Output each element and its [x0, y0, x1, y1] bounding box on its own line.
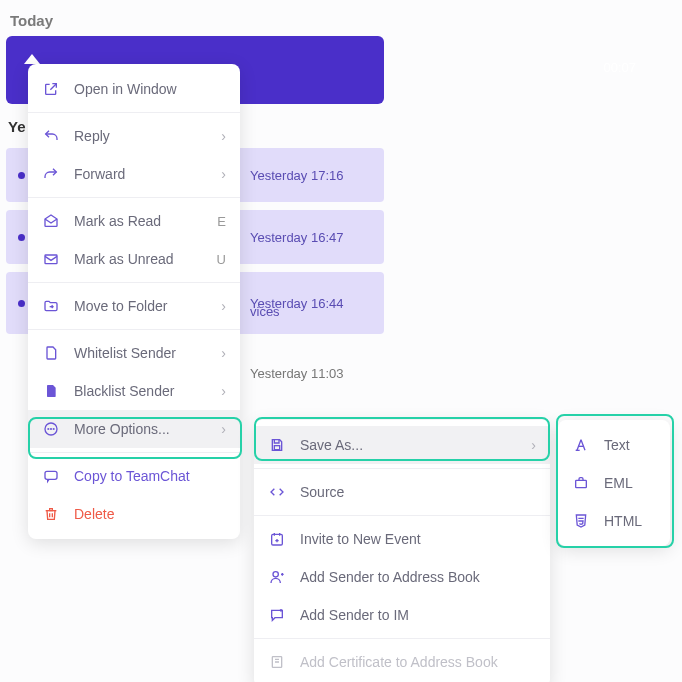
menu-save-eml[interactable]: EML: [558, 464, 670, 502]
menu-label: Copy to TeamChat: [74, 468, 226, 484]
menu-source[interactable]: Source: [254, 473, 550, 511]
message-time: Yesterday 16:47: [250, 230, 343, 245]
message-time: Yesterday 11:03: [250, 366, 343, 381]
menu-label: Save As...: [300, 437, 531, 453]
trash-icon: [42, 506, 60, 522]
menu-save-as[interactable]: Save As... ›: [254, 426, 550, 464]
forward-icon: [42, 166, 60, 182]
ellipsis-circle-icon: [42, 421, 60, 437]
menu-save-text[interactable]: Text: [558, 426, 670, 464]
envelope-icon: [42, 251, 60, 267]
more-options-submenu: Save As... › Source Invite to New Event …: [254, 420, 550, 682]
menu-forward[interactable]: Forward ›: [28, 155, 240, 193]
message-time: Yesterday 17:16: [250, 168, 343, 183]
menu-separator: [28, 112, 240, 113]
html5-icon: [572, 513, 590, 529]
chevron-right-icon: ›: [221, 128, 226, 144]
menu-label: Add Sender to IM: [300, 607, 536, 623]
menu-mark-as-read[interactable]: Mark as Read E: [28, 202, 240, 240]
context-menu: Open in Window Reply › Forward › Mark as…: [28, 64, 240, 539]
svg-rect-10: [576, 480, 587, 487]
page-icon: [42, 345, 60, 361]
menu-label: Open in Window: [74, 81, 226, 97]
menu-label: Invite to New Event: [300, 531, 536, 547]
unread-dot-icon: [18, 172, 25, 179]
external-link-icon: [42, 81, 60, 97]
menu-more-options[interactable]: More Options... ›: [28, 410, 240, 448]
save-as-submenu: Text EML HTML: [558, 420, 670, 546]
envelope-open-icon: [42, 213, 60, 229]
menu-label: EML: [604, 475, 656, 491]
message-subject: vices: [250, 304, 280, 319]
svg-point-4: [53, 429, 54, 430]
menu-separator: [28, 282, 240, 283]
chat-plus-icon: [268, 607, 286, 623]
menu-label: Text: [604, 437, 656, 453]
svg-rect-0: [45, 255, 57, 264]
menu-label: Delete: [74, 506, 226, 522]
menu-reply[interactable]: Reply ›: [28, 117, 240, 155]
section-today: Today: [10, 12, 53, 29]
chevron-right-icon: ›: [221, 383, 226, 399]
menu-add-sender-im[interactable]: Add Sender to IM: [254, 596, 550, 634]
page-filled-icon: [42, 383, 60, 399]
menu-label: Blacklist Sender: [74, 383, 221, 399]
menu-mark-as-unread[interactable]: Mark as Unread U: [28, 240, 240, 278]
reply-icon: [42, 128, 60, 144]
menu-move-to-folder[interactable]: Move to Folder ›: [28, 287, 240, 325]
menu-separator: [28, 329, 240, 330]
code-icon: [268, 484, 286, 500]
menu-label: Forward: [74, 166, 221, 182]
menu-label: Add Certificate to Address Book: [300, 654, 536, 670]
menu-separator: [254, 638, 550, 639]
section-yesterday: Ye: [8, 118, 26, 135]
menu-open-in-window[interactable]: Open in Window: [28, 70, 240, 108]
menu-label: Mark as Read: [74, 213, 209, 229]
text-icon: [572, 437, 590, 453]
menu-whitelist-sender[interactable]: Whitelist Sender ›: [28, 334, 240, 372]
menu-separator: [254, 515, 550, 516]
menu-separator: [28, 197, 240, 198]
menu-separator: [28, 452, 240, 453]
menu-add-sender-address-book[interactable]: Add Sender to Address Book: [254, 558, 550, 596]
chevron-right-icon: ›: [221, 298, 226, 314]
menu-separator: [254, 468, 550, 469]
menu-blacklist-sender[interactable]: Blacklist Sender ›: [28, 372, 240, 410]
menu-label: Whitelist Sender: [74, 345, 221, 361]
menu-label: HTML: [604, 513, 656, 529]
svg-rect-6: [274, 446, 279, 450]
svg-point-3: [51, 429, 52, 430]
chevron-right-icon: ›: [221, 166, 226, 182]
menu-label: Mark as Unread: [74, 251, 209, 267]
calendar-plus-icon: [268, 531, 286, 547]
menu-save-html[interactable]: HTML: [558, 502, 670, 540]
folder-move-icon: [42, 298, 60, 314]
selected-message-time: 00:07: [603, 60, 636, 75]
menu-label: Reply: [74, 128, 221, 144]
chevron-right-icon: ›: [531, 437, 536, 453]
svg-point-2: [48, 429, 49, 430]
certificate-icon: [268, 654, 286, 670]
menu-label: Move to Folder: [74, 298, 221, 314]
chat-bubble-icon: [42, 468, 60, 484]
menu-label: More Options...: [74, 421, 221, 437]
menu-label: Add Sender to Address Book: [300, 569, 536, 585]
menu-add-certificate: Add Certificate to Address Book: [254, 643, 550, 681]
svg-point-8: [273, 572, 278, 577]
person-plus-icon: [268, 569, 286, 585]
menu-shortcut: E: [217, 214, 226, 229]
menu-shortcut: U: [217, 252, 226, 267]
chevron-right-icon: ›: [221, 345, 226, 361]
menu-invite-new-event[interactable]: Invite to New Event: [254, 520, 550, 558]
unread-dot-icon: [18, 234, 25, 241]
unread-dot-icon: [18, 300, 25, 307]
menu-label: Source: [300, 484, 536, 500]
save-icon: [268, 437, 286, 453]
chevron-right-icon: ›: [221, 421, 226, 437]
briefcase-icon: [572, 475, 590, 491]
svg-rect-5: [45, 471, 57, 479]
menu-copy-to-teamchat[interactable]: Copy to TeamChat: [28, 457, 240, 495]
menu-delete[interactable]: Delete: [28, 495, 240, 533]
context-menu-pointer: [24, 54, 40, 64]
